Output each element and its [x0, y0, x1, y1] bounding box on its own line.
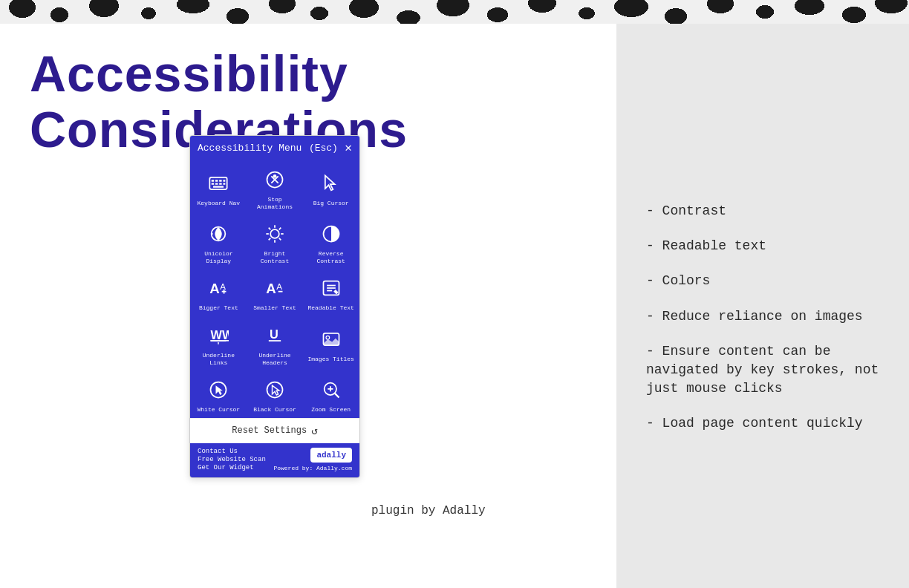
footer-links: Contact Us Free Website Scan Get Our Wid…	[198, 448, 266, 471]
powered-by: Powered by: Adally.com	[273, 465, 352, 471]
keyboard-nav-item[interactable]: Keyboard Nav	[191, 160, 247, 214]
adally-badge: adally	[310, 448, 352, 463]
svg-point-44	[267, 382, 282, 398]
bullet-list: - Contrast - Readable text - Colors - Re…	[646, 202, 879, 434]
big-cursor-icon	[318, 170, 345, 197]
svg-rect-3	[219, 180, 222, 181]
svg-line-21	[269, 228, 271, 230]
underline-headers-label: Underline Headers	[250, 352, 300, 366]
underline-headers-icon: U	[261, 322, 288, 349]
svg-point-11	[273, 174, 277, 178]
zoom-screen-label: Zoom Screen	[311, 406, 351, 414]
bullet-images: - Reduce reliance on images	[646, 307, 879, 326]
reverse-contrast-label: Reverse Contrast	[306, 250, 356, 264]
readable-icon	[318, 275, 345, 301]
svg-rect-6	[215, 183, 218, 184]
reset-label: Reset Settings	[232, 425, 307, 436]
widget-esc-hint: (Esc)	[309, 143, 338, 154]
reverse-contrast-item[interactable]: Reverse Contrast	[303, 215, 359, 268]
smaller-text-icon: AA	[261, 275, 288, 301]
bigger-text-label: Bigger Text	[199, 304, 238, 312]
big-cursor-item[interactable]: Big Cursor	[303, 160, 359, 214]
reverse-icon	[318, 220, 345, 247]
svg-text:A: A	[276, 282, 282, 292]
bullet-contrast: - Contrast	[646, 202, 879, 220]
svg-line-13	[213, 228, 215, 229]
bullet-load: - Load page content quickly	[646, 414, 879, 433]
left-panel: Accessibility Considerations Accessibili…	[0, 24, 616, 588]
bullet-readable: - Readable text	[646, 237, 879, 255]
svg-point-16	[270, 229, 279, 238]
contact-us-link[interactable]: Contact Us	[198, 448, 266, 455]
svg-text:A: A	[210, 281, 220, 296]
underline-links-icon: WWW	[205, 322, 232, 349]
leopard-header	[0, 0, 909, 24]
zoom-screen-item[interactable]: Zoom Screen	[303, 370, 359, 417]
underline-headers-item[interactable]: U Underline Headers	[247, 316, 303, 370]
reset-icon: ↺	[311, 425, 317, 437]
svg-text:WWW: WWW	[211, 328, 229, 342]
bullet-colors: - Colors	[646, 272, 879, 290]
svg-rect-4	[224, 180, 226, 181]
white-cursor-icon	[205, 376, 232, 403]
svg-rect-1	[212, 180, 215, 181]
adally-brand: adally	[316, 451, 346, 460]
bright-contrast-label: Bright Contrast	[250, 250, 300, 264]
svg-line-23	[279, 228, 281, 230]
bigger-text-icon: AA	[205, 275, 232, 301]
big-cursor-label: Big Cursor	[313, 200, 349, 207]
svg-point-42	[326, 336, 330, 339]
widget-header: Accessibility Menu (Esc) ✕	[190, 136, 359, 160]
free-scan-link[interactable]: Free Website Scan	[198, 456, 266, 463]
reset-settings-button[interactable]: Reset Settings ↺	[190, 418, 359, 443]
readable-text-label: Readable Text	[307, 304, 354, 312]
svg-rect-7	[219, 183, 222, 184]
svg-text:U: U	[270, 327, 278, 340]
unicolor-item[interactable]: Unicolor Display	[191, 215, 247, 268]
black-cursor-item[interactable]: Black Cursor	[247, 370, 303, 417]
stop-animations-item[interactable]: Stop Animations	[247, 160, 303, 214]
plugin-label: plugin by Adally	[371, 504, 486, 517]
svg-line-46	[334, 393, 339, 398]
accessibility-widget[interactable]: Accessibility Menu (Esc) ✕ Keyboard Nav	[189, 135, 360, 478]
smaller-text-item[interactable]: AA Smaller Text	[247, 269, 303, 316]
svg-line-24	[269, 238, 271, 241]
bigger-text-item[interactable]: AA Bigger Text	[191, 269, 247, 316]
right-panel: - Contrast - Readable text - Colors - Re…	[616, 24, 909, 588]
keyboard-icon	[205, 170, 232, 197]
white-cursor-label: White Cursor	[198, 406, 241, 414]
white-cursor-item[interactable]: White Cursor	[191, 370, 247, 417]
svg-rect-2	[215, 180, 218, 181]
zoom-icon	[318, 376, 345, 403]
stop-anim-icon	[261, 166, 288, 193]
smaller-text-label: Smaller Text	[253, 304, 296, 312]
bright-contrast-item[interactable]: Bright Contrast	[247, 215, 303, 268]
images-titles-item[interactable]: Images Titles	[303, 316, 359, 370]
svg-line-15	[213, 238, 215, 240]
get-widget-link[interactable]: Get Our Widget	[198, 464, 266, 471]
close-icon[interactable]: ✕	[345, 140, 352, 155]
unicolor-icon	[205, 220, 232, 247]
keyboard-nav-label: Keyboard Nav	[198, 200, 241, 207]
underline-links-item[interactable]: WWW Underline Links	[191, 316, 247, 370]
readable-text-item[interactable]: Readable Text	[303, 269, 359, 316]
images-titles-label: Images Titles	[307, 356, 354, 363]
black-cursor-icon	[261, 376, 288, 403]
black-cursor-label: Black Cursor	[253, 406, 296, 414]
bright-icon	[261, 220, 288, 247]
widget-container: Accessibility Menu (Esc) ✕ Keyboard Nav	[189, 135, 360, 478]
underline-links-label: Underline Links	[194, 352, 244, 366]
images-icon	[318, 326, 345, 353]
svg-line-22	[279, 238, 281, 241]
svg-text:A: A	[266, 281, 276, 296]
widget-grid: Keyboard Nav Stop Animations	[190, 160, 359, 418]
svg-rect-9	[213, 186, 224, 187]
svg-rect-5	[212, 183, 215, 184]
unicolor-label: Unicolor Display	[194, 250, 244, 264]
widget-title: Accessibility Menu	[198, 143, 302, 154]
stop-animations-label: Stop Animations	[250, 196, 300, 210]
svg-text:A: A	[221, 282, 227, 292]
widget-footer: Contact Us Free Website Scan Get Our Wid…	[190, 443, 359, 477]
svg-rect-8	[224, 183, 226, 184]
bullet-keystrokes: - Ensure content can be navigated by key…	[646, 342, 879, 399]
